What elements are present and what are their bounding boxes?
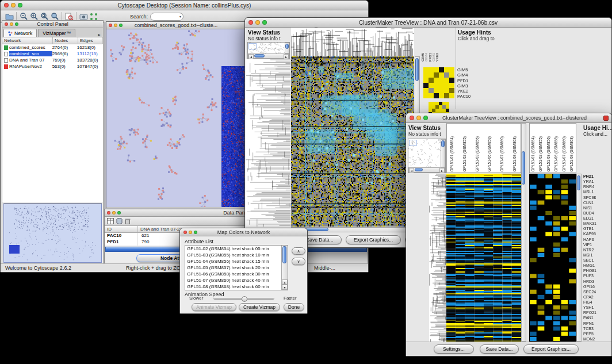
minimize-button[interactable]: [189, 231, 192, 234]
header-nodes[interactable]: Nodes: [53, 37, 78, 44]
gene-label: MSI1: [583, 252, 611, 258]
attribute-list-item[interactable]: GPL51-07 (GSM860) heat shock 40 min: [185, 277, 281, 283]
scroll-right-arrow[interactable]: ▸: [284, 54, 289, 59]
close-button[interactable]: [183, 231, 187, 234]
tv1-column-dendrogram[interactable]: [291, 28, 414, 56]
zoom-button[interactable]: [423, 116, 428, 120]
attribute-list-item[interactable]: GPL51-08 (GSM868) heat shock 60 min: [185, 283, 281, 290]
tv2-navigator-canvas[interactable]: [408, 139, 441, 167]
attribute-list-item[interactable]: GPL51-04 (GSM856) heat shock 15 min: [185, 258, 281, 265]
scroll-left-arrow[interactable]: ◂: [248, 54, 254, 59]
attribute-list-scrollbar[interactable]: ▴ ▾: [281, 246, 288, 290]
tv2-navigator-hscroll[interactable]: ◂ ▸: [408, 167, 445, 173]
settings-button[interactable]: Settings...: [434, 344, 474, 354]
attribute-list-item[interactable]: GPL51-03 (GSM855) heat shock 10 min: [185, 252, 281, 258]
tv1-navigator-hscroll[interactable]: ◂ ▸: [248, 53, 289, 59]
search-input[interactable]: ▾: [150, 13, 183, 21]
scroll-left-arrow[interactable]: ◂: [409, 168, 414, 173]
minimize-button[interactable]: [255, 20, 260, 25]
matrix-cell: [449, 93, 454, 98]
network-view-canvas[interactable]: [106, 29, 246, 207]
tv2-row-dendrogram[interactable]: [429, 174, 446, 342]
scroll-thumb[interactable]: [577, 175, 580, 190]
network-overview-canvas[interactable]: [3, 204, 102, 263]
attribute-list-item[interactable]: GPL51-06 (GSM858) heat shock 30 min: [185, 271, 281, 277]
scroll-thumb[interactable]: [441, 140, 445, 147]
minimize-button[interactable]: [416, 116, 421, 120]
gene-label: PHO81: [583, 268, 611, 273]
matrix-cell: [423, 72, 429, 78]
tv1-navigator-vscroll[interactable]: [285, 43, 289, 53]
tab-network[interactable]: Network: [3, 29, 37, 37]
tv1-heatmap-hscroll[interactable]: [291, 227, 414, 232]
move-up-button[interactable]: ∧: [292, 247, 305, 255]
move-down-button[interactable]: ∨: [292, 258, 305, 265]
tv1-column-labels: GIM5GIM4PFD1GIM3YKE2PAC10: [421, 28, 438, 62]
close-button[interactable]: [410, 116, 414, 120]
tv2-detail-heatmap-canvas[interactable]: [529, 174, 576, 342]
gene-label: HRD3: [583, 279, 611, 284]
scroll-thumb[interactable]: [254, 54, 265, 58]
tv2-heatmap-canvas[interactable]: [446, 174, 521, 342]
network-edges-value: 13112(15): [77, 51, 103, 56]
scroll-thumb[interactable]: [285, 44, 289, 49]
export-graphics-button[interactable]: Export Graphics...: [523, 344, 579, 354]
export-graphics-button[interactable]: Export Graphics...: [346, 235, 401, 244]
scroll-up-arrow[interactable]: ▴: [282, 279, 288, 285]
tv1-titlebar[interactable]: ClusterMaker TreeView : DNA and Tran 07-…: [245, 18, 611, 28]
attribute-list-item[interactable]: GPL51-05 (GSM857) heat shock 20 min: [185, 265, 281, 271]
network-tree-row[interactable]: combined_scores2764(0)16218(0): [2, 44, 103, 51]
tv2-navigator-vscroll[interactable]: [441, 139, 445, 167]
scroll-thumb[interactable]: [415, 168, 423, 171]
tv1-navigator-canvas[interactable]: [248, 43, 285, 53]
animation-speed-slider[interactable]: [213, 298, 274, 300]
attribute-items: GPL51-02 (GSM854) heat shock 05 minGPL51…: [185, 246, 281, 290]
tv2-titlebar[interactable]: ClusterMaker TreeView : combined_scores_…: [406, 113, 611, 123]
header-edges[interactable]: Edges: [78, 37, 103, 44]
close-button[interactable]: [248, 20, 253, 25]
control-panel-titlebar[interactable]: Control Panel: [2, 21, 103, 28]
close-button[interactable]: [4, 3, 9, 7]
tab-overflow-arrow[interactable]: ►: [97, 33, 101, 37]
dialog-titlebar[interactable]: Map Colors to Network: [180, 228, 307, 236]
tv1-heatmap-canvas[interactable]: [291, 56, 414, 227]
zoom-button[interactable]: [18, 3, 22, 7]
zoom-button[interactable]: [262, 20, 267, 25]
create-vizmap-button[interactable]: Create Vizmap: [239, 303, 280, 311]
attribute-listbox: GPL51-02 (GSM854) heat shock 05 minGPL51…: [185, 245, 288, 290]
tv1-row-dendrogram[interactable]: [246, 59, 290, 227]
header-network[interactable]: Network: [2, 37, 53, 44]
tv1-detail-matrix[interactable]: [423, 67, 454, 98]
minimize-button[interactable]: [11, 3, 16, 7]
scroll-thumb[interactable]: [282, 246, 286, 263]
gene-label: ELG1: [583, 216, 611, 221]
tv2-navigator[interactable]: ◂ ▸: [408, 139, 446, 173]
slider-thumb[interactable]: [242, 296, 247, 302]
main-titlebar[interactable]: Cytoscape Desktop (Session Name: collins…: [1, 1, 368, 10]
divider: [456, 28, 456, 109]
header-id[interactable]: ID: [105, 226, 138, 232]
tab-vizmapper[interactable]: VizMapper™: [38, 29, 75, 37]
zoom-button[interactable]: [194, 231, 197, 234]
scroll-thumb[interactable]: [522, 151, 525, 185]
tv2-main-vscroll[interactable]: [521, 123, 526, 342]
database-icon[interactable]: [116, 218, 123, 224]
tv1-navigator[interactable]: ◂ ▸: [247, 42, 290, 59]
network-name-label: combined_scores: [9, 45, 52, 50]
scroll-down-arrow[interactable]: ▾: [282, 285, 288, 290]
table-icon[interactable]: [107, 218, 114, 224]
network-tree-row[interactable]: DNA and Tran 07769(0)183728(0): [2, 57, 103, 63]
delete-icon[interactable]: [125, 218, 131, 224]
matrix-cell: [439, 88, 444, 93]
network-tree-row[interactable]: RNAPuberNov2563(0)107847(0): [2, 63, 103, 70]
network-tree-row[interactable]: combined_sco2569(6)13112(15): [2, 51, 103, 57]
save-data-button[interactable]: Save Data...: [480, 344, 519, 354]
gene-label: NIS1: [583, 205, 611, 210]
animate-vizmap-button[interactable]: Animate Vizmap: [192, 303, 236, 311]
scroll-right-arrow[interactable]: ▸: [439, 168, 445, 173]
scroll-thumb[interactable]: [415, 58, 419, 81]
network-view-titlebar[interactable]: combined_scores_good.txt--cluste...: [106, 22, 246, 29]
attribute-list-item[interactable]: GPL51-02 (GSM854) heat shock 05 min: [185, 246, 281, 252]
done-button[interactable]: Done: [284, 303, 304, 311]
tv2-detail-vscroll[interactable]: [576, 174, 582, 342]
